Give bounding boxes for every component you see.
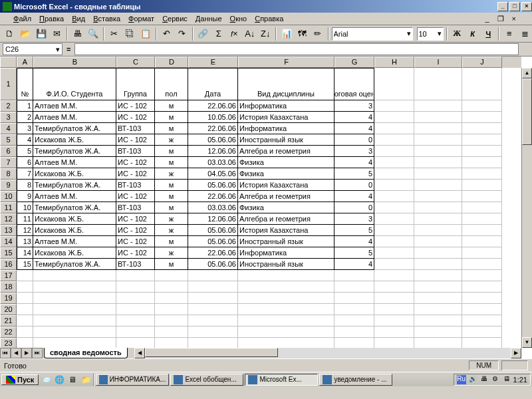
sheet-tab[interactable]: сводная ведомость bbox=[44, 348, 128, 358]
menu-tools[interactable]: Сервис bbox=[162, 15, 188, 23]
data-cell[interactable]: Искакова Ж.Б. bbox=[33, 247, 116, 259]
map-button[interactable]: 🗺 bbox=[295, 27, 310, 41]
data-cell[interactable]: 03.03.06 bbox=[188, 202, 238, 213]
col-header-A[interactable]: A bbox=[17, 57, 33, 68]
data-cell[interactable]: Физика bbox=[238, 202, 334, 213]
data-cell[interactable]: 5 bbox=[334, 247, 374, 259]
row-header-8[interactable]: 8 bbox=[0, 168, 17, 180]
data-cell[interactable]: 4 bbox=[334, 191, 374, 202]
data-cell[interactable]: 05.06.06 bbox=[188, 259, 238, 270]
preview-button[interactable]: 🔍 bbox=[86, 27, 101, 41]
data-cell[interactable]: 5 bbox=[334, 225, 374, 236]
data-cell[interactable]: Алгебра и геометрия bbox=[238, 191, 334, 202]
ql-folder-icon[interactable]: 📁 bbox=[80, 374, 92, 386]
row-header-18[interactable]: 18 bbox=[0, 281, 17, 293]
chart-button[interactable]: 📊 bbox=[279, 27, 294, 41]
doc-restore-button[interactable]: ❐ bbox=[497, 15, 504, 23]
minimize-button[interactable]: _ bbox=[497, 2, 508, 11]
data-cell[interactable]: ИС - 102 bbox=[116, 168, 155, 180]
data-cell[interactable]: 12.06.06 bbox=[188, 146, 238, 157]
close-button[interactable]: × bbox=[521, 2, 532, 11]
start-button[interactable]: Пуск bbox=[1, 374, 39, 385]
data-cell[interactable]: Физика bbox=[238, 168, 334, 180]
row-header-9[interactable]: 9 bbox=[0, 180, 17, 191]
cells[interactable]: №Ф.И.О. СтудентаГруппаполДатаВид дисципл… bbox=[17, 68, 521, 348]
data-cell[interactable]: Алтаев М.М. bbox=[33, 157, 116, 168]
col-header-C[interactable]: C bbox=[116, 57, 155, 68]
row-header-11[interactable]: 11 bbox=[0, 202, 17, 213]
data-cell[interactable]: 22.06.06 bbox=[188, 191, 238, 202]
data-cell[interactable]: Алтаев М.М. bbox=[33, 100, 116, 112]
row-header-12[interactable]: 12 bbox=[0, 213, 17, 225]
header-cell[interactable]: пол bbox=[155, 68, 188, 100]
tray-network-icon[interactable]: ⚙ bbox=[491, 375, 500, 384]
data-cell[interactable]: ИС - 102 bbox=[116, 134, 155, 146]
row-header-4[interactable]: 4 bbox=[0, 123, 17, 134]
row-header-20[interactable]: 20 bbox=[0, 304, 17, 315]
data-cell[interactable]: Алгебра и геометрия bbox=[238, 213, 334, 225]
data-cell[interactable]: 12 bbox=[17, 225, 33, 236]
data-cell[interactable]: ИС - 102 bbox=[116, 157, 155, 168]
data-cell[interactable]: 4 bbox=[17, 134, 33, 146]
data-cell[interactable]: м bbox=[155, 146, 188, 157]
tray-volume-icon[interactable]: 🔊 bbox=[468, 375, 477, 384]
tray-display-icon[interactable]: 🖥 bbox=[502, 375, 511, 384]
data-cell[interactable]: 05.06.06 bbox=[188, 225, 238, 236]
data-cell[interactable]: 14 bbox=[17, 247, 33, 259]
row-header-7[interactable]: 7 bbox=[0, 157, 17, 168]
data-cell[interactable]: м bbox=[155, 180, 188, 191]
data-cell[interactable]: ж bbox=[155, 134, 188, 146]
data-cell[interactable]: Темирбулатов Ж.А. bbox=[33, 180, 116, 191]
tab-prev-button[interactable]: ◀ bbox=[11, 348, 21, 358]
header-cell[interactable]: Группа bbox=[116, 68, 155, 100]
data-cell[interactable]: ИС - 102 bbox=[116, 213, 155, 225]
fx-button[interactable]: f× bbox=[227, 27, 242, 41]
doc-close-button[interactable]: × bbox=[512, 15, 516, 23]
data-cell[interactable]: ж bbox=[155, 225, 188, 236]
data-cell[interactable]: 0 bbox=[334, 180, 374, 191]
align-center-button[interactable]: ≣ bbox=[518, 27, 533, 41]
data-cell[interactable]: Искакова Ж.Б. bbox=[33, 213, 116, 225]
col-header-E[interactable]: E bbox=[188, 57, 238, 68]
undo-button[interactable]: ↶ bbox=[160, 27, 174, 41]
row-header-16[interactable]: 16 bbox=[0, 259, 17, 270]
data-cell[interactable]: Темирбулатов Ж.А. bbox=[33, 259, 116, 270]
data-cell[interactable]: м bbox=[155, 112, 188, 123]
data-cell[interactable]: м bbox=[155, 259, 188, 270]
header-cell[interactable]: Вид дисциплины bbox=[238, 68, 334, 100]
row-header-21[interactable]: 21 bbox=[0, 315, 17, 327]
data-cell[interactable]: 4 bbox=[334, 236, 374, 247]
menu-help[interactable]: Справка bbox=[255, 15, 283, 23]
data-cell[interactable]: История Казахстана bbox=[238, 112, 334, 123]
data-cell[interactable]: Физика bbox=[238, 157, 334, 168]
copy-button[interactable]: ⿻ bbox=[123, 27, 138, 41]
data-cell[interactable]: 05.06.06 bbox=[188, 180, 238, 191]
data-cell[interactable]: 05.06.06 bbox=[188, 134, 238, 146]
font-name-input[interactable] bbox=[334, 30, 407, 38]
menu-data[interactable]: Данные bbox=[196, 15, 222, 23]
data-cell[interactable]: Иностранный язык bbox=[238, 259, 334, 270]
data-cell[interactable]: 2 bbox=[17, 112, 33, 123]
row-header-6[interactable]: 6 bbox=[0, 146, 17, 157]
row-header-13[interactable]: 13 bbox=[0, 225, 17, 236]
font-size-box[interactable]: ▾ bbox=[417, 27, 444, 41]
data-cell[interactable]: 5 bbox=[17, 146, 33, 157]
bold-button[interactable]: Ж bbox=[450, 27, 465, 41]
save-button[interactable]: 💾 bbox=[34, 27, 49, 41]
tray-printer-icon[interactable]: 🖶 bbox=[479, 375, 489, 384]
data-cell[interactable]: Алгебра и геометрия bbox=[238, 146, 334, 157]
data-cell[interactable]: Темирбулатов Ж.А. bbox=[33, 202, 116, 213]
data-cell[interactable]: Иностранный язык bbox=[238, 236, 334, 247]
cut-button[interactable]: ✂ bbox=[107, 27, 122, 41]
data-cell[interactable]: 9 bbox=[17, 191, 33, 202]
data-cell[interactable]: Алтаев М.М. bbox=[33, 112, 116, 123]
doc-minimize-button[interactable]: _ bbox=[485, 15, 489, 23]
data-cell[interactable]: ВТ-103 bbox=[116, 180, 155, 191]
data-cell[interactable]: 15 bbox=[17, 259, 33, 270]
tab-first-button[interactable]: ⏮ bbox=[0, 348, 11, 358]
data-cell[interactable]: ж bbox=[155, 213, 188, 225]
data-cell[interactable]: 0 bbox=[334, 202, 374, 213]
name-box[interactable]: C26▾ bbox=[3, 43, 63, 55]
ql-outlook-icon[interactable]: 📨 bbox=[40, 374, 52, 386]
data-cell[interactable]: ВТ-103 bbox=[116, 123, 155, 134]
